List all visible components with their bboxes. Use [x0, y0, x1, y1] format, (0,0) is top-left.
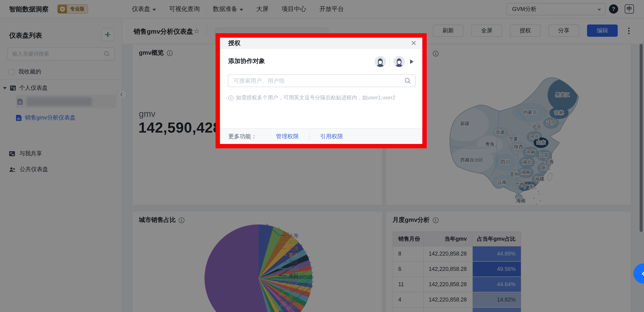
authorize-modal: 授权 ✕ 添加协作对象 [220, 38, 422, 144]
reference-permissions-link[interactable]: 引用权限 [320, 132, 343, 140]
multi-user-hint: i如需授权多个用户，可用英文逗号分隔后粘贴进框内，如user1,user2 [228, 94, 396, 101]
avatar-divider [390, 56, 390, 67]
chevron-left-icon [642, 271, 644, 276]
collaborator-search[interactable] [228, 74, 416, 87]
add-collaborator-label: 添加协作对象 [228, 57, 265, 65]
app-window: 智能数据洞察 专业版 仪表盘可视化查询数据准备大屏项目中心开放平台 GVM分析 … [0, 0, 644, 312]
modal-header: 授权 ✕ [220, 38, 422, 48]
footer-link-divider [309, 133, 310, 139]
collaborator-search-input[interactable] [234, 77, 404, 84]
more-features-label: 更多功能： [228, 132, 257, 140]
avatar[interactable] [374, 56, 386, 67]
annotation-highlight-box: 授权 ✕ 添加协作对象 [216, 33, 427, 148]
close-icon[interactable]: ✕ [411, 38, 417, 48]
expand-right-icon[interactable] [410, 59, 414, 64]
avatar[interactable] [394, 56, 405, 67]
manage-permissions-link[interactable]: 管理权限 [276, 132, 299, 140]
collaborator-avatars [374, 56, 414, 67]
search-icon [404, 77, 411, 84]
modal-footer: 更多功能： 管理权限 引用权限 [220, 128, 422, 144]
modal-title: 授权 [228, 39, 240, 47]
